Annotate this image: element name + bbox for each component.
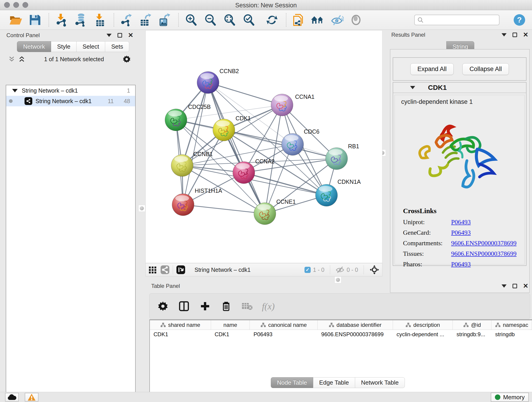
table-panel-float-icon[interactable] <box>513 284 517 288</box>
network-row-selected[interactable]: String Network – cdk1 11 48 <box>6 96 135 106</box>
export-network-icon <box>120 13 133 27</box>
search-input[interactable] <box>425 17 496 23</box>
birdseye-crosshair-icon[interactable] <box>369 265 380 275</box>
tab-network-table[interactable]: Network Table <box>355 377 405 388</box>
string-import-button[interactable] <box>292 13 304 27</box>
warnings-button[interactable] <box>25 393 38 402</box>
network-canvas[interactable]: CCNB2CCNA1CDC25BCDK1CDC6RB1CCNB1CCNA2CDK… <box>146 30 382 263</box>
table-column-header[interactable]: description <box>393 320 453 330</box>
tab-select[interactable]: Select <box>76 41 105 52</box>
table-column-header[interactable]: shared name <box>150 320 211 330</box>
table-column-header[interactable]: @id <box>453 320 491 330</box>
import-network-file-button[interactable] <box>55 13 68 27</box>
network-edge[interactable] <box>183 83 208 205</box>
collapse-all-button[interactable]: Collapse All <box>462 63 509 75</box>
tab-network[interactable]: Network <box>17 41 51 52</box>
delete-column-button[interactable] <box>220 300 232 312</box>
table-settings-button[interactable] <box>157 300 169 312</box>
table-cell[interactable]: CDK1 <box>211 330 250 339</box>
tab-node-table[interactable]: Node Table <box>271 377 313 388</box>
open-session-button[interactable] <box>9 13 22 27</box>
left-splitter-handle[interactable] <box>138 205 145 212</box>
selected-checkbox-icon[interactable]: ✓ <box>304 267 311 273</box>
network-edge[interactable] <box>208 83 265 214</box>
expand-all-button[interactable]: Expand All <box>410 63 454 75</box>
create-column-button[interactable] <box>199 300 211 312</box>
protein-collapse-icon[interactable] <box>410 86 415 89</box>
table-column-header[interactable]: namespac <box>491 320 532 330</box>
table-row[interactable]: CDK1CDK1P064939606.ENSP00000378699cyclin… <box>150 330 532 339</box>
hide-glass-button[interactable] <box>330 13 344 27</box>
crosslink-link[interactable]: P06493 <box>451 261 471 268</box>
zoom-out-button[interactable] <box>204 13 217 27</box>
crosslink-link[interactable]: P06493 <box>451 218 471 226</box>
crosslink-link[interactable]: 9606.ENSP00000378699 <box>451 250 516 257</box>
table-column-header[interactable]: database identifier <box>317 320 393 330</box>
network-share-view-button[interactable] <box>160 265 170 274</box>
protein-section: CDK1 cyclin-dependent kinase 1 <box>393 82 526 266</box>
grid-view-button[interactable] <box>148 266 157 274</box>
save-floppy-icon <box>29 14 41 26</box>
export-network-button[interactable] <box>120 13 133 27</box>
crosslink-link[interactable]: 9606.ENSP00000378699 <box>451 240 516 247</box>
gear-icon[interactable] <box>123 55 131 63</box>
table-cell[interactable]: cyclin-dependent ... <box>393 330 453 339</box>
function-builder-button[interactable]: f(x) <box>262 300 274 312</box>
tab-sets[interactable]: Sets <box>105 41 129 52</box>
refresh-layout-button[interactable] <box>266 13 278 27</box>
table-column-header[interactable]: canonical name <box>250 320 317 330</box>
help-button[interactable]: ? <box>513 13 526 27</box>
table-cell[interactable]: CDK1 <box>150 330 211 339</box>
network-graph[interactable]: CCNB2CCNA1CDC25BCDK1CDC6RB1CCNB1CCNA2CDK… <box>146 31 382 263</box>
network-collection-row[interactable]: String Network – cdk1 1 <box>6 85 135 96</box>
table-toolbar: f(x) <box>149 293 530 319</box>
table-panel-close-icon[interactable]: ✕ <box>523 284 528 288</box>
crosslink-link[interactable]: P06493 <box>451 229 471 236</box>
control-panel-float-icon[interactable] <box>118 33 122 38</box>
protein-header[interactable]: CDK1 <box>393 83 526 93</box>
memory-button[interactable]: Memory <box>491 393 529 402</box>
export-image-button[interactable] <box>158 13 171 27</box>
table-cell[interactable]: 9606.ENSP00000378699 <box>317 330 393 339</box>
table-cell[interactable]: stringdb <box>491 330 532 339</box>
table-panel-menu-icon[interactable] <box>501 284 507 288</box>
zoom-fit-button[interactable] <box>223 13 236 27</box>
export-table-button[interactable] <box>139 13 152 27</box>
network-node-label: CDC6 <box>304 128 319 135</box>
save-session-button[interactable] <box>29 13 41 27</box>
cloud-button[interactable] <box>5 393 19 402</box>
node-gloss-highlight <box>168 110 182 116</box>
network-label: String Network – cdk1 <box>36 98 108 104</box>
table-column-header[interactable]: name <box>211 320 250 330</box>
detach-view-button[interactable] <box>176 265 185 274</box>
show-glass-button[interactable] <box>350 13 362 27</box>
crosslinks-section: CrossLinks Uniprot:P06493GeneCard:P06493… <box>403 207 516 271</box>
table-cell[interactable]: stringdb:9... <box>453 330 491 339</box>
eye-slash-icon <box>330 14 344 26</box>
control-panel-menu-icon[interactable] <box>107 34 112 37</box>
expand-all-icon[interactable] <box>18 56 25 62</box>
import-network-database-button[interactable] <box>74 13 88 27</box>
tab-style[interactable]: Style <box>51 41 76 52</box>
crosslink-label: Compartments: <box>403 240 451 247</box>
collection-count: 1 <box>127 87 130 94</box>
results-panel-float-icon[interactable] <box>513 32 517 37</box>
table-cell[interactable]: P06493 <box>250 330 317 339</box>
network-edge[interactable] <box>208 83 282 105</box>
results-panel-close-icon[interactable]: ✕ <box>523 32 528 37</box>
results-panel-menu-icon[interactable] <box>501 33 507 36</box>
control-panel-close-icon[interactable]: ✕ <box>128 33 133 38</box>
collection-expand-icon[interactable] <box>12 89 18 92</box>
tab-edge-table[interactable]: Edge Table <box>313 377 355 388</box>
zoom-in-button[interactable] <box>185 13 197 27</box>
zoom-selected-button[interactable] <box>242 13 255 27</box>
network-node-label: CCNA1 <box>295 94 315 100</box>
show-columns-button[interactable] <box>178 300 190 312</box>
delete-table-button[interactable] <box>241 300 253 312</box>
home-species-button[interactable] <box>311 13 324 27</box>
import-table-button[interactable] <box>94 13 106 27</box>
collapse-all-icon[interactable] <box>8 56 15 62</box>
column-type-icon <box>329 322 334 327</box>
warning-icon <box>27 393 36 401</box>
column-label: name <box>223 322 237 328</box>
